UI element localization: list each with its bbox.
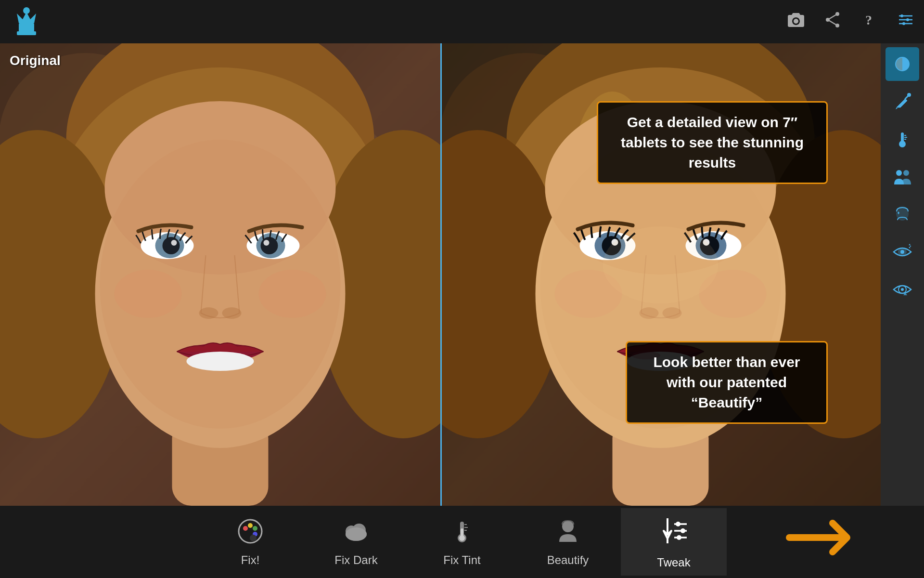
tooltip-bottom-text: Look better than ever with our patented …	[641, 352, 813, 413]
svg-point-85	[901, 288, 904, 291]
photo-canvas: Original Get a detailed view on 7″ table…	[0, 43, 881, 506]
sidebar-item-eye-enhance[interactable]	[886, 235, 919, 269]
svg-point-14	[900, 14, 903, 17]
tool-tweak[interactable]: Tweak	[621, 508, 727, 576]
svg-point-88	[248, 523, 253, 528]
svg-point-99	[459, 535, 465, 541]
svg-point-16	[902, 22, 905, 25]
tweak-icon	[657, 514, 691, 552]
fix-tint-label: Fix Tint	[443, 553, 480, 567]
sidebar-item-temperature[interactable]	[886, 122, 919, 156]
svg-point-87	[243, 526, 248, 531]
tooltip-top: Get a detailed view on 7″ tablets to see…	[597, 101, 828, 184]
split-divider	[440, 43, 442, 506]
original-label: Original	[10, 53, 61, 68]
help-button[interactable]: ?	[860, 11, 878, 32]
topbar: ?	[0, 0, 924, 43]
tool-fix[interactable]: Fix!	[197, 508, 303, 576]
svg-point-107	[676, 522, 680, 526]
svg-point-108	[680, 528, 685, 533]
fix-dark-icon	[342, 517, 371, 550]
fix-tint-icon	[448, 517, 476, 550]
topbar-right: ?	[787, 11, 914, 32]
svg-line-83	[909, 247, 910, 248]
fix-icon	[236, 517, 265, 550]
sidebar-item-eye-detail[interactable]	[886, 273, 919, 306]
svg-point-91	[250, 535, 257, 541]
beautify-label: Beautify	[547, 553, 589, 567]
photo-left-half	[0, 43, 440, 506]
svg-point-109	[677, 535, 681, 540]
sidebar-item-face[interactable]	[886, 197, 919, 231]
tooltip-top-text: Get a detailed view on 7″ tablets to see…	[612, 112, 813, 173]
tweak-label: Tweak	[657, 556, 690, 569]
topbar-left	[10, 5, 43, 39]
svg-rect-1	[19, 23, 34, 32]
fix-label: Fix!	[241, 553, 260, 567]
tool-fix-dark[interactable]: Fix Dark	[303, 508, 409, 576]
svg-point-70	[907, 93, 911, 97]
tool-beautify[interactable]: Beautify	[515, 508, 621, 576]
share-button[interactable]	[824, 11, 841, 32]
svg-point-3	[23, 7, 30, 14]
svg-point-4	[794, 19, 798, 24]
tool-fix-tint[interactable]: Fix Tint	[409, 508, 515, 576]
svg-point-80	[900, 250, 904, 254]
settings-button[interactable]	[897, 11, 914, 32]
svg-text:?: ?	[865, 13, 872, 27]
beautify-icon	[553, 517, 582, 550]
svg-point-77	[903, 170, 909, 176]
svg-line-81	[909, 244, 910, 245]
sidebar-item-dropper[interactable]	[886, 85, 919, 118]
svg-line-8	[828, 14, 837, 20]
svg-rect-0	[17, 31, 36, 35]
svg-point-72	[899, 141, 906, 147]
main-image-area: Original Get a detailed view on 7″ table…	[0, 43, 881, 506]
tooltip-bottom: Look better than ever with our patented …	[626, 341, 828, 424]
svg-point-95	[346, 527, 367, 541]
svg-line-9	[828, 20, 837, 26]
app-logo-icon	[10, 5, 43, 39]
arrow-hint	[780, 513, 866, 564]
fix-dark-label: Fix Dark	[334, 553, 377, 567]
svg-point-76	[896, 170, 902, 176]
bottom-toolbar: Fix! Fix Dark	[0, 506, 924, 578]
svg-point-103	[562, 521, 574, 532]
camera-button[interactable]	[787, 11, 805, 32]
sidebar-item-group[interactable]	[886, 160, 919, 194]
sidebar	[881, 43, 924, 506]
svg-point-89	[253, 526, 257, 531]
svg-point-15	[906, 18, 909, 21]
sidebar-item-color[interactable]	[886, 47, 919, 81]
